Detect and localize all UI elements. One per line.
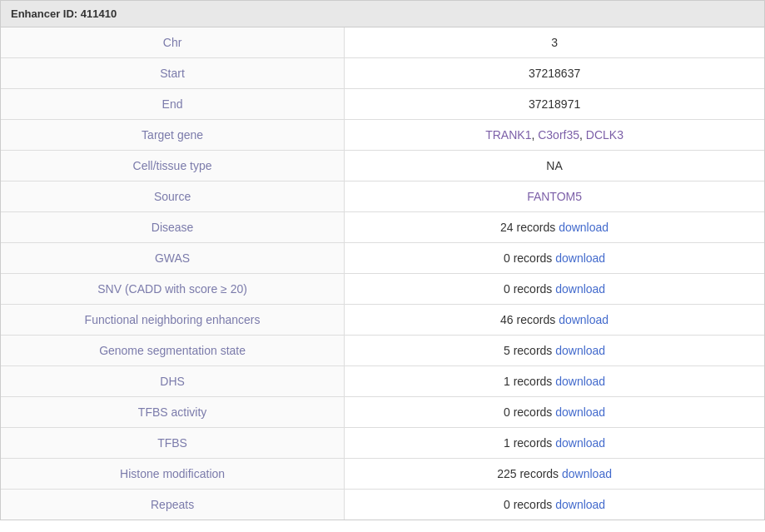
table-row: Genome segmentation state5 records downl… [1,336,764,366]
table-row: Disease24 records download [1,212,764,243]
row-label: Functional neighboring enhancers [1,305,345,336]
table-row: Target geneTRANK1, C3orf35, DCLK3 [1,120,764,151]
row-label: Start [1,58,345,89]
table-row: TFBS1 records download [1,428,764,459]
table-row: Histone modification225 records download [1,459,764,490]
row-value: 0 records download [345,490,764,520]
download-link[interactable]: download [555,436,605,450]
download-link[interactable]: download [555,251,605,265]
gene-link[interactable]: C3orf35 [538,128,579,142]
enhancer-table: Chr3Start37218637End37218971Target geneT… [1,27,764,520]
table-row: TFBS activity0 records download [1,397,764,428]
row-label: Histone modification [1,459,345,490]
row-value: 1 records download [345,366,764,397]
enhancer-container: Enhancer ID: 411410 Chr3Start37218637End… [0,0,765,520]
table-row: Repeats0 records download [1,490,764,520]
download-link[interactable]: download [559,221,609,234]
table-row: Cell/tissue typeNA [1,151,764,181]
row-value: 225 records download [345,459,764,490]
row-label: End [1,89,345,120]
download-link[interactable]: download [555,405,605,419]
row-value: 0 records download [345,397,764,428]
row-value: 5 records download [345,336,764,366]
table-row: Start37218637 [1,58,764,89]
row-value: FANTOM5 [345,181,764,212]
row-value: 0 records download [345,274,764,305]
row-value: TRANK1, C3orf35, DCLK3 [345,120,764,151]
table-row: End37218971 [1,89,764,120]
row-value: 0 records download [345,243,764,274]
row-label: DHS [1,366,345,397]
download-link[interactable]: download [555,282,605,296]
row-value: 37218637 [345,58,764,89]
enhancer-header: Enhancer ID: 411410 [1,1,764,27]
row-label: Genome segmentation state [1,336,345,366]
gene-link[interactable]: TRANK1 [485,128,531,142]
source-link[interactable]: FANTOM5 [527,190,582,203]
table-row: Functional neighboring enhancers46 recor… [1,305,764,336]
download-link[interactable]: download [555,375,605,388]
table-row: SNV (CADD with score ≥ 20)0 records down… [1,274,764,305]
row-label: TFBS [1,428,345,459]
table-row: SourceFANTOM5 [1,181,764,212]
gene-link[interactable]: DCLK3 [586,128,623,142]
download-link[interactable]: download [555,344,605,357]
row-label: Cell/tissue type [1,151,345,181]
row-value: NA [345,151,764,181]
download-link[interactable]: download [562,467,612,480]
row-label: SNV (CADD with score ≥ 20) [1,274,345,305]
row-label: Disease [1,212,345,243]
row-label: TFBS activity [1,397,345,428]
table-row: DHS1 records download [1,366,764,397]
download-link[interactable]: download [559,313,609,326]
row-label: Source [1,181,345,212]
enhancer-id: Enhancer ID: 411410 [11,7,117,20]
table-row: Chr3 [1,27,764,58]
row-value: 37218971 [345,89,764,120]
row-value: 46 records download [345,305,764,336]
row-label: GWAS [1,243,345,274]
row-value: 1 records download [345,428,764,459]
row-value: 3 [345,27,764,58]
row-label: Repeats [1,490,345,520]
table-row: GWAS0 records download [1,243,764,274]
row-label: Chr [1,27,345,58]
row-label: Target gene [1,120,345,151]
download-link[interactable]: download [555,498,605,511]
row-value: 24 records download [345,212,764,243]
